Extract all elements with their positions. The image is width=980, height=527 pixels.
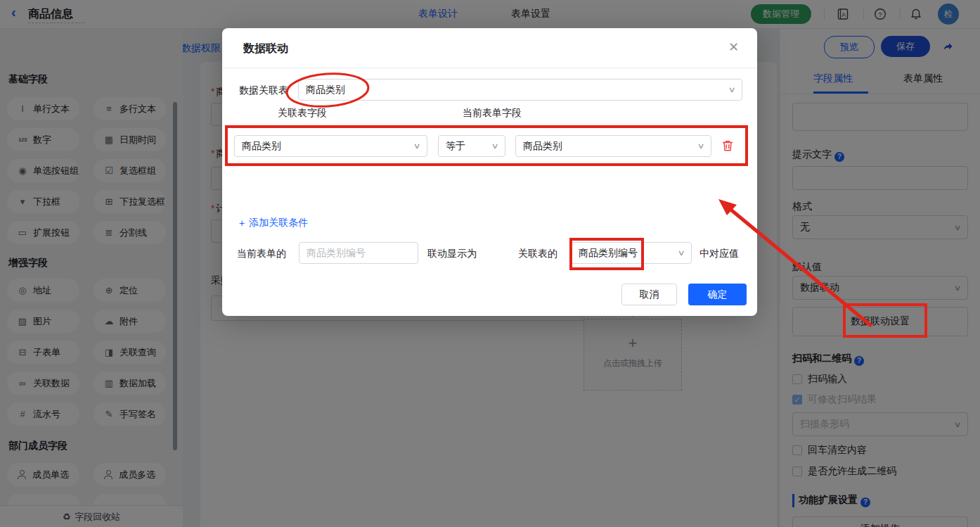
condition-right-field-select[interactable]: 商品类别 ∨ [515, 135, 711, 157]
condition-left-field-select[interactable]: 商品类别 ∨ [234, 135, 427, 157]
chevron-down-icon: ∨ [728, 85, 735, 94]
column-header-link-table-field: 关联表字段 [278, 107, 327, 120]
condition-right-value: 商品类别 [523, 140, 562, 153]
chevron-down-icon: ∨ [491, 141, 498, 151]
cancel-button[interactable]: 取消 [621, 284, 677, 305]
modal-title: 数据联动 [243, 42, 288, 56]
mapping-prefix-label: 当前表单的 [237, 248, 286, 260]
column-header-current-form-field: 当前表单字段 [463, 107, 522, 120]
form-designer-app: ‹ 商品信息 表单设计 表单设置 数据管理 A ? 检 表单外链 后端脚本 [0, 0, 980, 527]
mapping-source-field[interactable]: 商品类别编号 [299, 242, 418, 264]
mapping-suffix-label: 中对应值 [699, 248, 739, 260]
link-table-select[interactable]: 商品类别 ∨ [298, 79, 742, 101]
data-linkage-modal: 数据联动 ✕ 数据关联表 商品类别 ∨ 关联表字段 当前表单字段 商品类别 ∨ … [222, 28, 757, 316]
add-condition-label: 添加关联条件 [249, 217, 308, 229]
mapping-target-field-select[interactable]: 商品类别编号 ∨ [571, 242, 692, 264]
link-table-value: 商品类别 [306, 84, 345, 96]
delete-condition-trash-icon[interactable] [721, 139, 734, 152]
mapping-target-value: 商品类别编号 [579, 247, 638, 260]
confirm-button[interactable]: 确定 [688, 284, 747, 305]
close-icon[interactable]: ✕ [728, 39, 739, 55]
chevron-down-icon: ∨ [413, 141, 420, 151]
chevron-down-icon: ∨ [697, 141, 704, 151]
mapping-of-table-label: 关联表的 [518, 248, 557, 260]
chevron-down-icon: ∨ [677, 248, 685, 258]
condition-operator-value: 等于 [446, 140, 465, 153]
condition-left-value: 商品类别 [242, 140, 281, 153]
divider [222, 68, 757, 68]
plus-icon: + [239, 217, 245, 229]
condition-operator-select[interactable]: 等于 ∨ [438, 135, 505, 157]
mapping-middle-label: 联动显示为 [427, 248, 477, 260]
add-condition-link[interactable]: + 添加关联条件 [239, 217, 308, 229]
link-table-label: 数据关联表 [239, 84, 288, 97]
